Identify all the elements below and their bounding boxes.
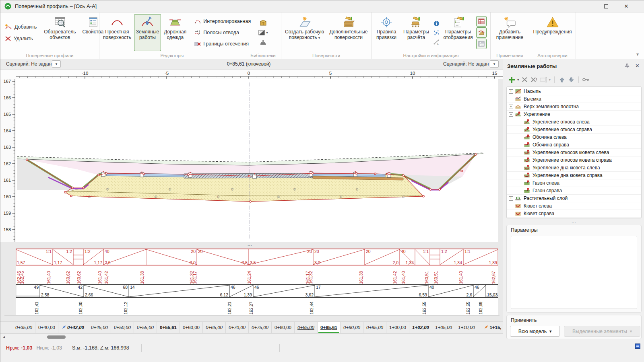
station-tab-0+9000[interactable]: 0+90,00 xyxy=(341,322,363,333)
panel-close-icon[interactable]: ✕ xyxy=(635,63,640,70)
tree-item-9[interactable]: Укрепление откосов кювета справа xyxy=(507,156,641,164)
scroll-left-icon[interactable]: ◂ xyxy=(3,335,5,339)
svg-text:158: 158 xyxy=(4,227,11,232)
tree-item-16[interactable]: Кювет справа xyxy=(507,210,641,218)
hatch-pattern-button[interactable]: ▾ xyxy=(258,29,268,37)
horizontal-scrollbar[interactable]: ◂ xyxy=(0,333,503,340)
rename-button[interactable] xyxy=(540,76,547,84)
display-params-button[interactable]: Параметры отображения xyxy=(441,14,475,51)
snap-rules-button[interactable]: Правила привязки xyxy=(373,14,400,51)
station-tab-1+0200[interactable]: 1+02,00 xyxy=(409,322,432,333)
additional-surfaces-button[interactable]: Дополнительные поверхности xyxy=(328,14,369,51)
delete-all-button[interactable]: ! xyxy=(530,76,538,84)
tree-item-1[interactable]: Выемка xyxy=(507,95,641,103)
station-tab-0+4200[interactable]: 0+42,00 xyxy=(58,322,88,333)
expand-toggle[interactable]: − xyxy=(509,112,513,117)
station-tab-0+7000[interactable]: 0+70,00 xyxy=(226,322,249,333)
canvas-right-gap xyxy=(498,79,503,242)
station-tab-1+0500[interactable]: 1+05,00 xyxy=(432,322,455,333)
rename-dropdown-icon[interactable]: ▾ xyxy=(549,78,551,82)
pin-icon[interactable] xyxy=(625,63,630,70)
ribbon-collapse-icon[interactable]: ▾ xyxy=(636,51,639,57)
splitter-grip-icon[interactable]: ⋯ xyxy=(248,243,252,248)
station-tab-0+8500[interactable]: 0+85,00 xyxy=(295,322,318,333)
calc-params-button[interactable]: Параметры расчёта xyxy=(401,14,431,51)
design-surface-button[interactable]: Проектная поверхность xyxy=(101,14,133,51)
tree-item-3[interactable]: −Укрепление xyxy=(507,111,641,118)
add-element-dropdown-icon[interactable]: ▾ xyxy=(517,78,519,82)
ditch-right-icon xyxy=(515,210,522,217)
close-button[interactable]: ✕ xyxy=(617,0,636,12)
station-tab-1+0000[interactable]: 1+00,00 xyxy=(386,322,409,333)
measure-button[interactable]: L xyxy=(433,38,440,46)
tree-item-2[interactable]: +Верх земляного полотна xyxy=(507,103,641,111)
expand-toggle[interactable]: + xyxy=(509,105,513,109)
delete-profile-button[interactable]: Удалить xyxy=(2,34,39,43)
move-up-button[interactable] xyxy=(558,76,566,84)
earthworks-button[interactable]: Земляные работы xyxy=(134,14,161,51)
tree-item-13[interactable]: Газон справа xyxy=(507,187,641,195)
tree-item-0[interactable]: +Насыпь xyxy=(507,88,641,95)
create-work-surface-button[interactable]: Создать рабочую поверхность ▾ xyxy=(283,14,326,51)
key-button[interactable] xyxy=(582,76,590,84)
tree-item-14[interactable]: +Растительный слой xyxy=(507,195,641,202)
expand-toggle[interactable]: + xyxy=(509,196,513,201)
add-element-button[interactable] xyxy=(508,76,515,84)
station-tab-0+9500[interactable]: 0+95,00 xyxy=(363,322,386,333)
parameters-box[interactable] xyxy=(511,236,637,309)
station-tab-0+5561[interactable]: 0+55,61 xyxy=(157,322,180,333)
status-corner-icon[interactable] xyxy=(635,343,640,349)
svg-text:2,58: 2,58 xyxy=(41,292,50,297)
tree-item-8[interactable]: Укрепление откосов кювета слева xyxy=(507,149,641,156)
station-tab-0+5500[interactable]: 0+55,00 xyxy=(134,322,157,333)
scenario-left-dropdown[interactable]: ▾ xyxy=(52,60,61,68)
add-profile-button[interactable]: Добавить xyxy=(2,23,39,31)
pavement-button[interactable]: Дорожная одежда xyxy=(162,14,188,51)
stamp-button[interactable] xyxy=(259,38,267,46)
station-tab-0+4500[interactable]: 0+45,00 xyxy=(88,322,111,333)
tree-item-4[interactable]: Укрепление откоса слева xyxy=(507,118,641,126)
object-browser-button[interactable]: Обозреватель объектов xyxy=(42,14,78,51)
maximize-button[interactable] xyxy=(597,0,615,12)
tree-item-7[interactable]: Обочина справа xyxy=(507,141,641,149)
expand-toggle[interactable]: + xyxy=(509,89,513,94)
library-box-button[interactable] xyxy=(259,19,267,27)
tree-item-10[interactable]: Укрепление дна кювета слева xyxy=(507,164,641,172)
delete-element-button[interactable] xyxy=(521,76,528,84)
station-tab-0+8561[interactable]: 0+85,61 xyxy=(318,322,341,333)
station-tab-0+6500[interactable]: 0+65,00 xyxy=(203,322,226,333)
add-note-button[interactable]: Добавить примечание xyxy=(492,14,527,51)
clip-boundaries-button[interactable]: Границы отсечения xyxy=(192,40,254,48)
station-tab-0+8000[interactable]: 0+80,00 xyxy=(272,322,295,333)
pen-icon xyxy=(484,325,488,330)
tree-item-5[interactable]: Укрепление откоса справа xyxy=(507,126,641,134)
surface-analysis-button[interactable] xyxy=(433,29,440,37)
station-tab-0+3500[interactable]: 0+35,00 xyxy=(12,322,35,333)
station-tab-1+1000[interactable]: 1+10,00 xyxy=(455,322,478,333)
toggle-profile-button[interactable] xyxy=(476,27,487,38)
cross-section-canvas[interactable]: ©©©©© ©©©©©© xyxy=(16,79,498,242)
scenario-right-dropdown[interactable]: ▾ xyxy=(490,60,499,68)
station-tab-0+4000[interactable]: 0+40,00 xyxy=(35,322,58,333)
tree-item-15[interactable]: Кювет слева xyxy=(507,202,641,210)
tree-item-12[interactable]: Газон слева xyxy=(507,179,641,187)
tree-item-11[interactable]: Укрепление дна кювета справа xyxy=(507,172,641,179)
warnings-button[interactable]: Предупреждения xyxy=(531,14,574,51)
ditch-bottom-icon xyxy=(524,172,530,179)
apply-selected-button[interactable]: Выделенные элементы▾ xyxy=(564,326,640,337)
interpolated-button[interactable]: Интерполированная xyxy=(192,17,254,25)
station-tab-0+7500[interactable]: 0+75,00 xyxy=(249,322,272,333)
station-tab-0+6000[interactable]: 0+60,00 xyxy=(180,322,203,333)
scrollbar-thumb[interactable] xyxy=(47,335,66,339)
apply-all-button[interactable]: Всю модель▾ xyxy=(510,326,560,337)
horizontal-splitter[interactable]: ⋯ xyxy=(0,242,503,249)
right-of-way-button[interactable]: Полосы отвода xyxy=(192,29,254,37)
toggle-section-button[interactable] xyxy=(476,39,487,49)
tree-item-6[interactable]: Обочина слева xyxy=(507,134,641,141)
toggle-tables-button[interactable] xyxy=(476,16,487,27)
panel-splitter-grip[interactable]: ⋯ xyxy=(506,220,642,225)
group-label-settings: Настройки и информация xyxy=(372,53,490,58)
station-tab-0+5000[interactable]: 0+50,00 xyxy=(111,322,134,333)
info-button[interactable] xyxy=(433,19,440,27)
move-down-button[interactable] xyxy=(568,76,575,84)
